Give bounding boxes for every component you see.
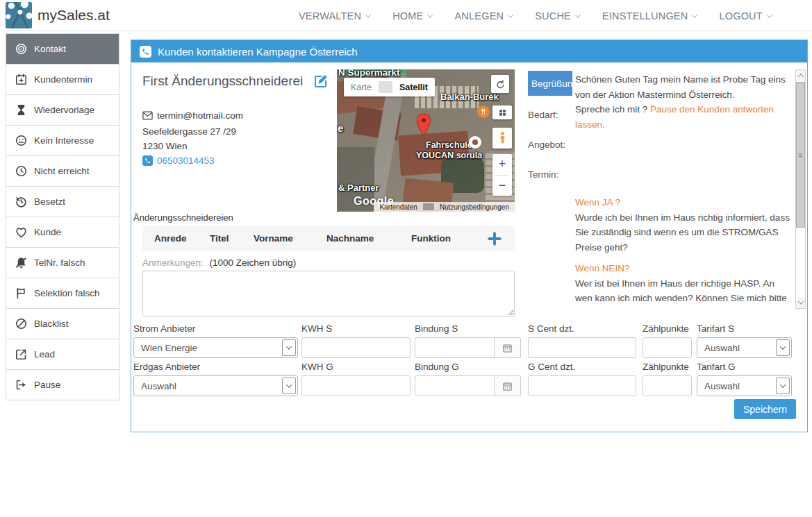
- scroll-up-button[interactable]: [796, 70, 805, 81]
- target-icon: [15, 42, 28, 56]
- map-rotate-button[interactable]: [491, 75, 509, 93]
- pegman-button[interactable]: [492, 128, 512, 149]
- sidebar-item-label: Lead: [34, 349, 55, 359]
- scroll-down-button[interactable]: [796, 297, 805, 308]
- column-header-nachname: Nachname: [326, 233, 411, 244]
- s-cent-input[interactable]: [528, 337, 636, 358]
- column-header-vorname: Vorname: [254, 233, 326, 244]
- campaign-panel: Kunden kontaktieren Kampagne Österreich …: [131, 40, 808, 432]
- zoom-in-button[interactable]: +: [492, 154, 512, 175]
- map-label-fahrschule-2: YOUCAN sorula: [416, 151, 482, 160]
- column-header-funktion: Funktion: [411, 233, 474, 244]
- menu-item-home[interactable]: HOME: [392, 10, 432, 22]
- chevron-down-icon: [797, 298, 803, 304]
- map-type-karte-button[interactable]: Karte: [344, 83, 379, 92]
- menu-item-einstellungen[interactable]: EINSTELLUNGEN: [602, 10, 697, 22]
- sidebar-item-besetzt[interactable]: Besetzt: [6, 187, 119, 217]
- meh-face-icon: [15, 134, 28, 147]
- phone-icon: [142, 155, 153, 166]
- datepicker-button[interactable]: [495, 337, 521, 358]
- column-header-titel: Titel: [210, 233, 254, 244]
- notes-char-counter: (1000 Zeichen übrig): [210, 257, 297, 268]
- menu-item-logout[interactable]: LOGOUT: [719, 10, 771, 22]
- map-type-satellit-button[interactable]: Satellit: [392, 83, 435, 92]
- menu-item-verwalten[interactable]: VERWALTEN: [299, 10, 370, 22]
- chevron-down-icon: [286, 382, 292, 387]
- map-tiles-button[interactable]: [492, 105, 512, 119]
- email-row: termin@hotmail.com: [142, 110, 243, 121]
- brand[interactable]: mySales.at: [6, 2, 110, 28]
- spreche-paragraph: Spreche ich mit ? Pause den Kunden antwo…: [575, 102, 792, 132]
- menu-item-anlegen[interactable]: ANLEGEN: [454, 10, 513, 22]
- chevron-down-icon: [692, 12, 697, 17]
- script-label-termin: Termin:: [528, 169, 558, 180]
- tarifart-g-select[interactable]: Auswahl: [697, 375, 792, 396]
- panel-title: Kunden kontaktieren Kampagne Österreich: [158, 46, 358, 58]
- sidebar-item-blacklist[interactable]: Blacklist: [6, 309, 119, 339]
- history-icon: [15, 195, 28, 208]
- bindung-g-input[interactable]: [415, 375, 495, 396]
- bindung-s-label: Bindung S: [415, 323, 521, 334]
- datepicker-button[interactable]: [495, 375, 521, 396]
- script-label-bedarf: Bedarf:: [528, 110, 558, 120]
- sidebar-item-kundentermin[interactable]: Kundentermin: [6, 65, 119, 95]
- chevron-down-icon: [508, 12, 513, 17]
- kwh-s-input[interactable]: [301, 337, 411, 358]
- add-contact-button[interactable]: [486, 230, 503, 247]
- sidebar-item-lead[interactable]: Lead: [6, 339, 119, 370]
- erdgas-anbieter-select[interactable]: Auswahl: [133, 375, 298, 396]
- chevron-down-icon: [365, 12, 371, 17]
- sidebar-item-wiedervorlage[interactable]: Wiedervorlage: [6, 95, 119, 126]
- greeting-paragraph: Schönen Guten Tag mein Name ist Probe Ta…: [575, 72, 792, 102]
- sidebar-item-kontakt[interactable]: Kontakt: [6, 34, 119, 65]
- calendar-icon: [502, 381, 513, 391]
- tarifart-s-select[interactable]: Auswahl: [697, 337, 792, 358]
- map-marker-icon[interactable]: [415, 112, 433, 137]
- page: mySales.at VERWALTEN HOME ANLEGEN SUCHE …: [0, 0, 812, 517]
- hourglass-icon: [15, 103, 28, 117]
- sign-out-icon: [15, 378, 28, 391]
- sidebar-item-nicht-erreicht[interactable]: Nicht erreicht: [6, 156, 119, 187]
- menu-item-label: ANLEGEN: [454, 10, 504, 22]
- bindung-s-input[interactable]: [415, 337, 495, 358]
- cafe-poi-icon[interactable]: [469, 136, 481, 149]
- phone-row: 06503014453: [142, 155, 215, 166]
- sidebar-item-pause[interactable]: Pause: [6, 370, 119, 400]
- menu-item-label: VERWALTEN: [299, 10, 361, 22]
- notes-textarea[interactable]: [142, 271, 515, 316]
- sidebar-item-label: Besetzt: [34, 196, 65, 207]
- sidebar-item-label: Selektion falsch: [34, 288, 100, 298]
- sidebar-item-label: TelNr. falsch: [34, 257, 85, 268]
- menu-item-label: HOME: [392, 10, 423, 22]
- sidebar-item-kein-interesse[interactable]: Kein Interesse: [6, 126, 119, 156]
- script-scrollbar[interactable]: ≡: [795, 69, 806, 309]
- map-label-supermarkt: N Supermarkt: [338, 69, 400, 78]
- restaurant-poi-icon[interactable]: [477, 105, 490, 118]
- kwh-g-input[interactable]: [301, 375, 411, 396]
- zaehlpunkte-g-input[interactable]: [643, 375, 692, 396]
- sidebar-item-kunde[interactable]: Kunde: [6, 217, 119, 248]
- strom-anbieter-select[interactable]: Wien Energie: [133, 337, 298, 358]
- menu-item-suche[interactable]: SUCHE: [535, 10, 580, 22]
- company-name: First Änderungsschneiderei: [142, 74, 303, 89]
- map-satellite-view[interactable]: N Supermarkt Balkan-Burek Fahrschule YOU…: [337, 69, 515, 212]
- save-button[interactable]: Speichern: [734, 399, 796, 419]
- menu-item-label: SUCHE: [535, 10, 571, 22]
- sidebar-item-selektion-falsch[interactable]: Selektion falsch: [6, 278, 119, 309]
- g-cent-input[interactable]: [528, 375, 636, 396]
- nutzungsbedingungen-link[interactable]: Nutzungsbedingungen: [434, 203, 515, 211]
- call-script-panel: Begrüßung: Bedarf: Angebot: Termin: Schö…: [528, 69, 793, 309]
- phone-number-link[interactable]: 06503014453: [157, 155, 215, 166]
- kwh-g-label: KWH G: [301, 362, 411, 372]
- sidebar-item-label: Nicht erreicht: [34, 166, 90, 176]
- edit-icon[interactable]: [313, 73, 329, 90]
- wenn-ja-text: Wurde ich bei Ihnen im Haus richtig info…: [575, 210, 792, 255]
- scrollbar-thumb[interactable]: ≡: [796, 82, 805, 228]
- contacts-table-header: Anrede Titel Vorname Nachname Funktion: [142, 226, 515, 251]
- email-value[interactable]: termin@hotmail.com: [157, 110, 243, 121]
- chevron-up-icon: [797, 74, 803, 79]
- zoom-out-button[interactable]: −: [492, 176, 512, 196]
- sidebar-item-telnr-falsch[interactable]: TelNr. falsch: [6, 248, 119, 278]
- kartendaten-link[interactable]: Kartendaten: [374, 203, 423, 211]
- zaehlpunkte-s-input[interactable]: [643, 337, 692, 358]
